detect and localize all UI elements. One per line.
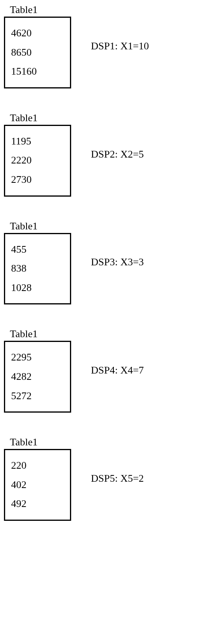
table-wrap: Table1 4620 8650 15160: [4, 4, 75, 88]
table-row: 1195: [11, 132, 65, 151]
table-row: 4620: [11, 24, 65, 43]
dsp-block-4: Table1 2295 4282 5272 DSP4: X4=7: [4, 328, 196, 413]
table-box: 220 402 492: [4, 449, 71, 521]
dsp-label: DSP1: X1=10: [75, 40, 196, 52]
dsp-block-1: Table1 4620 8650 15160 DSP1: X1=10: [4, 4, 196, 88]
table-row: 402: [11, 475, 65, 495]
table-row: 5272: [11, 387, 65, 406]
table-box: 455 838 1028: [4, 233, 71, 305]
table-title: Table1: [10, 4, 75, 16]
table-box: 1195 2220 2730: [4, 125, 71, 197]
table-box: 4620 8650 15160: [4, 17, 71, 88]
table-box: 2295 4282 5272: [4, 341, 71, 413]
table-wrap: Table1 1195 2220 2730: [4, 112, 75, 197]
table-row: 492: [11, 494, 65, 514]
table-row: 2730: [11, 170, 65, 190]
table-wrap: Table1 2295 4282 5272: [4, 328, 75, 413]
table-row: 15160: [11, 62, 65, 81]
table-title: Table1: [10, 328, 75, 340]
dsp-label: DSP5: X5=2: [75, 473, 196, 484]
dsp-label: DSP2: X2=5: [75, 148, 196, 160]
table-row: 455: [11, 240, 65, 259]
table-title: Table1: [10, 436, 75, 448]
table-wrap: Table1 455 838 1028: [4, 220, 75, 305]
dsp-block-2: Table1 1195 2220 2730 DSP2: X2=5: [4, 112, 196, 197]
table-row: 2220: [11, 151, 65, 170]
dsp-label: DSP4: X4=7: [75, 364, 196, 376]
table-row: 4282: [11, 367, 65, 387]
dsp-label: DSP3: X3=3: [75, 256, 196, 268]
table-title: Table1: [10, 112, 75, 124]
table-row: 1028: [11, 278, 65, 298]
table-wrap: Table1 220 402 492: [4, 436, 75, 521]
table-row: 8650: [11, 43, 65, 62]
table-row: 2295: [11, 348, 65, 367]
dsp-block-3: Table1 455 838 1028 DSP3: X3=3: [4, 220, 196, 305]
table-row: 838: [11, 259, 65, 278]
table-row: 220: [11, 456, 65, 475]
table-title: Table1: [10, 220, 75, 232]
dsp-block-5: Table1 220 402 492 DSP5: X5=2: [4, 436, 196, 521]
